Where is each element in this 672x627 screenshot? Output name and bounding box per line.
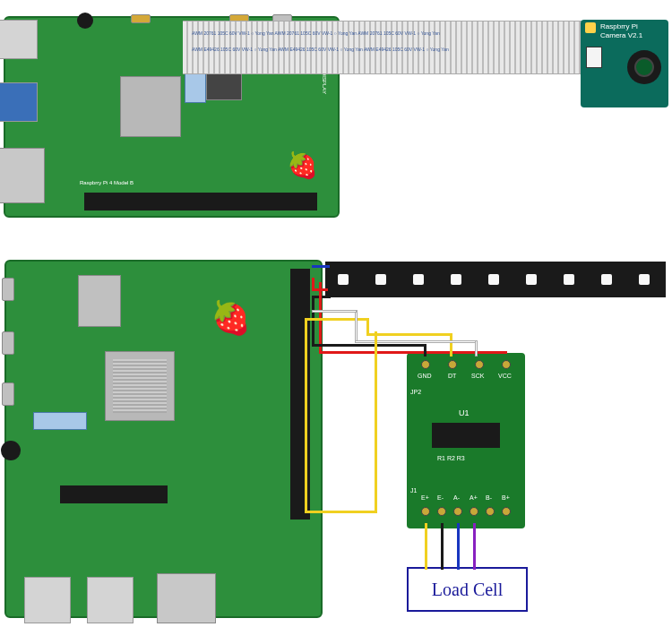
led-pixel-3 [413,274,424,285]
hx711-jp2: JP2 [410,389,421,395]
usb-c-bottom [2,278,14,301]
wire-led-gnd-v [328,276,331,298]
micro-hdmi-1 [131,14,151,23]
hx711-aplus: A+ [470,494,478,501]
hx711-board: GND DT SCK VCC JP2 U1 R1 R2 R3 J1 E+ E- … [407,353,525,528]
led-strip [325,262,666,297]
hx711-hole-ep [421,507,430,516]
model-label: Raspbrry Pi 4 Model B [80,180,313,185]
hdmi-bottom-2 [2,382,14,406]
camera-connector-icon [586,47,602,68]
wire-hx-dt-h1 [366,333,452,336]
display-connector-bottom [60,485,168,503]
ribbon-marking-1: AWM 20761 105C 60V VW-1 ○ Yong Yan AWM 2… [192,30,568,36]
hx711-hole-ap [470,507,478,516]
audio-jack-bottom [1,441,21,460]
hx711-hole-bp [502,507,511,516]
wire-lc-eplus [425,523,427,570]
camera-lens [627,50,661,84]
hx711-bplus: B+ [502,494,510,501]
ribbon-cable: AWM 20761 105C 60V VW-1 ○ Yong Yan AWM 2… [183,21,582,74]
wire-yellow-wrap-h1 [305,511,376,513]
wire-led-data-h [312,265,330,268]
ribbon-marking-2: AWM E49426 105C 60V VW-1 ○ Yong Yan AWM … [192,47,568,52]
wire-hx-sck-h [355,340,477,343]
led-pixel-6 [526,274,537,285]
hdmi-bottom-1 [2,331,14,355]
usb-port-bottom-1 [24,577,71,623]
hx711-pin-sck [475,360,484,369]
hx711-r-labels: R1 R2 R3 [437,455,465,461]
hx711-hole-am [453,507,462,516]
wire-hx-sck-v0 [355,310,358,342]
hx711-u1: U1 [459,408,470,417]
camera-model: Camera V2.1 [600,31,642,39]
soc-chip-bottom [105,351,175,421]
raspberry-pi-logo-icon: 🍓 [287,150,318,180]
led-pixel-5 [488,274,499,285]
raspberry-pi-logo-bottom-icon: 🍓 [211,299,251,337]
csi-bottom [33,412,87,430]
led-pixel-2 [375,274,386,285]
hx711-pin-gnd [421,360,430,369]
ram-bottom [78,275,121,327]
wire-yellow-wrap-v [375,331,377,513]
wire-hx-gnd-v1 [312,297,314,346]
camera-brand: Raspbrry Pi [600,22,638,30]
camera-lens-glass-icon [634,57,654,77]
hx711-label-vcc: VCC [498,373,512,379]
ethernet-port [0,148,45,203]
camera-module: Raspbrry Pi Camera V2.1 [581,20,668,107]
hx711-label-dt: DT [448,373,456,379]
led-pixel-4 [451,274,461,285]
wire-hx-gnd-h [312,344,426,347]
wire-hx-sck-pi [312,310,357,313]
hx711-ic-chip [432,423,500,448]
hx711-j1: J1 [410,487,417,494]
display-label: DISPLAY [322,72,327,94]
wire-hx-vcc-h [319,351,507,354]
hx711-pin-vcc [502,360,511,369]
wire-hx-dt-v1 [305,318,307,513]
heatsink-icon [113,359,167,413]
wire-hx-sck-v [475,340,478,356]
hx711-bminus: B- [486,494,492,501]
hx711-label-sck: SCK [471,373,484,379]
hx711-aminus: A- [453,494,460,501]
led-pixel-8 [601,274,612,285]
led-pixel-1 [338,274,349,285]
hx711-label-gnd: GND [418,373,432,379]
soc-chip [120,76,181,137]
usb3-port [0,82,38,122]
hx711-eminus: E- [437,494,444,501]
wire-lc-aplus [473,523,476,570]
camera-corner-chip [585,22,596,33]
audio-jack [77,13,93,29]
load-cell: Load Cell [407,567,528,612]
hx711-eplus: E+ [421,494,429,501]
wire-hx-dt-v2 [450,333,452,356]
load-cell-label: Load Cell [432,580,503,600]
hx711-pin-dt [448,360,457,369]
hx711-hole-bm [486,507,495,516]
usb-port-1 [0,20,38,59]
led-pixel-7 [564,274,574,285]
gpio-header: Raspbrry Pi 4 Model B [84,193,317,210]
wire-hx-gnd-v2 [424,344,426,356]
usb-port-bottom-2 [87,577,134,623]
wire-lc-aminus [457,523,460,570]
ethernet-bottom [157,573,216,623]
wire-hx-dt-h0 [305,318,369,321]
hx711-hole-em [437,507,446,516]
wire-lc-eminus [441,523,444,570]
led-pixel-9 [639,274,650,285]
raspberry-pi-bottom: 🍓 [4,260,323,618]
